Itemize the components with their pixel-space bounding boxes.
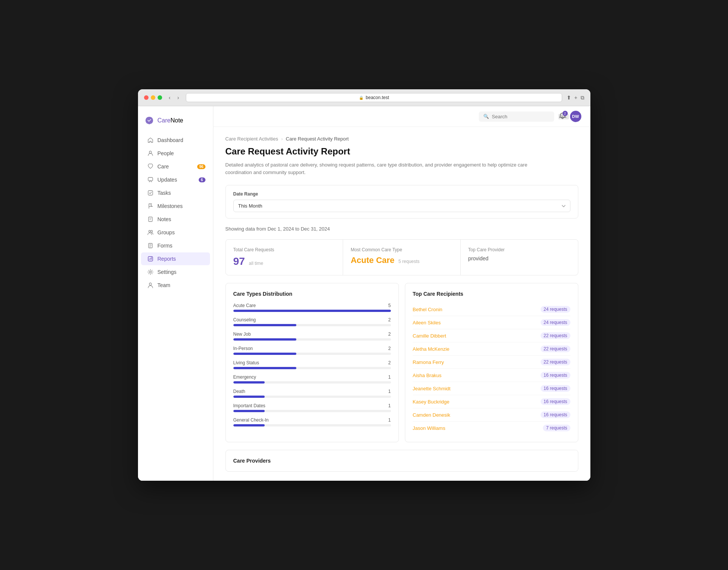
bar-label: In-Person [233, 346, 253, 351]
recipient-name[interactable]: Kasey Buckridge [413, 399, 450, 405]
recipient-name[interactable]: Ramona Ferry [413, 359, 444, 365]
breadcrumb-current: Care Request Activity Report [286, 136, 349, 142]
browser-navigation: ‹ › [167, 94, 181, 101]
sidebar-item-notes[interactable]: Notes [141, 213, 210, 226]
sidebar-item-milestones[interactable]: Milestones [141, 200, 210, 212]
search-icon: 🔍 [483, 114, 489, 119]
care-types-distribution-card: Care Types Distribution Acute Care 5 Cou… [225, 283, 399, 442]
recipient-row: Aisha Brakus 16 requests [413, 369, 570, 382]
sidebar-item-care[interactable]: Care 96 [141, 160, 210, 173]
sidebar-item-team[interactable]: Team [141, 279, 210, 292]
care-type-bar-item: General Check-In 1 [233, 417, 391, 426]
notifications-button[interactable]: 2 [559, 112, 566, 121]
recipient-name[interactable]: Jeanette Schmidt [413, 386, 451, 391]
top-recipients-title: Top Care Recipients [413, 291, 570, 297]
sidebar-label-care: Care [158, 164, 169, 170]
logo-care-text: Care [158, 117, 171, 124]
sidebar-item-groups[interactable]: Groups [141, 226, 210, 239]
logo-icon [144, 115, 155, 126]
recipient-name[interactable]: Aileen Skiles [413, 320, 441, 325]
bar-fill [233, 424, 265, 426]
forward-button[interactable]: › [175, 94, 181, 101]
stat-card-care-type: Most Common Care Type Acute Care 5 reque… [343, 240, 461, 275]
recipient-count: 22 requests [541, 345, 570, 352]
recipient-row: Ramona Ferry 22 requests [413, 356, 570, 369]
recipient-count: 16 requests [541, 411, 570, 418]
bar-fill [233, 367, 296, 369]
sidebar-item-reports[interactable]: Reports [141, 252, 210, 265]
browser-actions: ⬆ + ⧉ [567, 95, 584, 101]
note-icon [147, 216, 154, 223]
sidebar: CareNote Dashboard People [138, 106, 213, 481]
avatar[interactable]: DW [570, 111, 581, 122]
bar-count: 2 [388, 360, 391, 365]
address-bar[interactable]: 🔒 beacon.test [186, 93, 562, 102]
recipient-name[interactable]: Aisha Brakus [413, 373, 442, 378]
sidebar-item-tasks[interactable]: Tasks [141, 186, 210, 199]
bar-track [233, 424, 391, 426]
page-description: Detailed analytics of pastoral care deli… [225, 161, 535, 176]
top-care-recipients-card: Top Care Recipients Bethel Cronin 24 req… [405, 283, 578, 442]
bar-count: 1 [388, 403, 391, 408]
breadcrumb-parent[interactable]: Care Recipient Activities [225, 136, 278, 142]
sidebar-item-dashboard[interactable]: Dashboard [141, 134, 210, 147]
sidebar-item-settings[interactable]: Settings [141, 266, 210, 278]
bar-label: Important Dates [233, 403, 265, 408]
content-area: Care Recipient Activities › Care Request… [213, 127, 590, 481]
recipient-row: Kasey Buckridge 16 requests [413, 395, 570, 408]
minimize-button[interactable] [151, 95, 155, 100]
app-container: CareNote Dashboard People [138, 106, 590, 481]
logo-text: CareNote [158, 117, 183, 124]
browser-chrome: ‹ › 🔒 beacon.test ⬆ + ⧉ [138, 89, 590, 106]
sidebar-item-forms[interactable]: Forms [141, 239, 210, 252]
new-tab-button[interactable]: + [574, 95, 577, 101]
share-button[interactable]: ⬆ [567, 95, 571, 101]
back-button[interactable]: ‹ [167, 94, 173, 101]
bar-fill [233, 396, 265, 398]
recipient-name[interactable]: Jason Williams [413, 425, 446, 431]
search-box[interactable]: 🔍 ⌘K [479, 112, 554, 122]
sidebar-item-updates[interactable]: Updates 6 [141, 173, 210, 186]
tabs-button[interactable]: ⧉ [581, 95, 584, 101]
recipient-name[interactable]: Camden Denesik [413, 412, 451, 418]
bar-label: Death [233, 389, 245, 394]
group-icon [147, 229, 154, 236]
recipient-name[interactable]: Aletha McKenzie [413, 346, 450, 352]
stat-total-label: Total Care Requests [233, 247, 336, 252]
person-icon [147, 150, 154, 157]
stat-care-type-sub: 5 requests [398, 259, 420, 264]
stat-total-sub: all time [249, 261, 263, 266]
recipient-count: 16 requests [541, 385, 570, 392]
recipient-row: Jeanette Schmidt 16 requests [413, 382, 570, 395]
sidebar-label-forms: Forms [158, 243, 173, 249]
bar-label: New Job [233, 332, 251, 337]
bar-count: 2 [388, 317, 391, 322]
sidebar-label-notes: Notes [158, 216, 172, 222]
url-text: beacon.test [366, 95, 389, 100]
maximize-button[interactable] [158, 95, 162, 100]
recipient-count: 16 requests [541, 398, 570, 405]
stat-provider-value: provided [468, 255, 570, 261]
filter-card: Date Range This Month Last Month Last 3 … [225, 185, 578, 219]
logo-note-text: Note [170, 117, 183, 124]
recipient-name[interactable]: Camille Dibbert [413, 333, 446, 339]
checklist-icon [147, 189, 154, 196]
search-input[interactable] [492, 114, 555, 119]
care-types-bars: Acute Care 5 Counseling 2 New Job 2 [233, 303, 391, 426]
bar-fill [233, 381, 265, 384]
lock-icon: 🔒 [359, 96, 363, 100]
sidebar-label-groups: Groups [158, 229, 175, 235]
svg-rect-1 [148, 177, 153, 181]
bar-count: 1 [388, 374, 391, 380]
bar-fill [233, 310, 391, 312]
recipient-count: 22 requests [541, 359, 570, 365]
recipient-count: 7 requests [543, 425, 570, 431]
recipient-row: Camille Dibbert 22 requests [413, 329, 570, 342]
date-range-select[interactable]: This Month Last Month Last 3 Months This… [233, 200, 570, 212]
recipient-name[interactable]: Bethel Cronin [413, 307, 443, 312]
close-button[interactable] [144, 95, 149, 100]
sidebar-item-people[interactable]: People [141, 147, 210, 160]
sidebar-nav: Dashboard People Care 96 [138, 133, 213, 475]
stat-card-provider: Top Care Provider provided [461, 240, 578, 275]
bar-count: 2 [388, 332, 391, 337]
